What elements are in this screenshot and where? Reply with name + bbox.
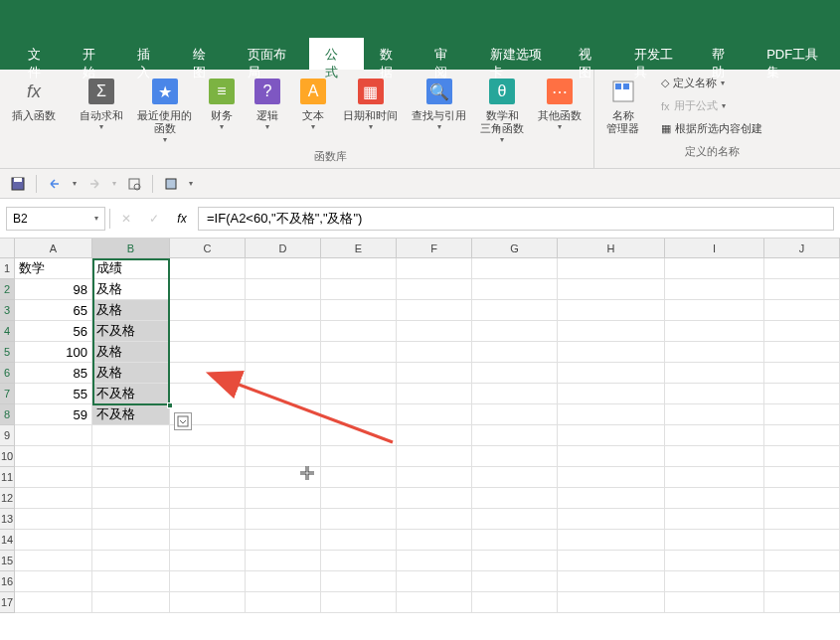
- name-box[interactable]: B2 ▾: [6, 207, 105, 231]
- ribbon-tab[interactable]: 视图: [563, 38, 617, 70]
- cell[interactable]: [472, 342, 558, 363]
- cancel-button[interactable]: ✕: [114, 207, 138, 231]
- autofill-options-button[interactable]: [174, 412, 192, 430]
- cell[interactable]: [246, 404, 321, 425]
- cell[interactable]: [321, 425, 397, 446]
- fx-button[interactable]: fx: [170, 207, 194, 231]
- row-header[interactable]: 10: [0, 446, 15, 467]
- borders-button[interactable]: [161, 174, 181, 194]
- cell[interactable]: [472, 592, 558, 613]
- cell[interactable]: [764, 488, 840, 509]
- cell[interactable]: [472, 446, 558, 467]
- ribbon-tab[interactable]: 页面布局: [232, 38, 309, 70]
- library-button[interactable]: ?逻辑▾: [246, 74, 289, 146]
- cell[interactable]: [764, 279, 840, 300]
- cell[interactable]: 85: [15, 363, 92, 384]
- cell[interactable]: [246, 551, 321, 571]
- cell[interactable]: [558, 363, 665, 384]
- cell[interactable]: [397, 404, 472, 425]
- cell[interactable]: [764, 425, 840, 446]
- cell[interactable]: [321, 446, 397, 467]
- cell[interactable]: [558, 321, 665, 342]
- row-header[interactable]: 17: [0, 592, 15, 613]
- cell[interactable]: 98: [15, 279, 92, 300]
- row-header[interactable]: 13: [0, 509, 15, 530]
- cell[interactable]: [665, 571, 764, 592]
- cell[interactable]: 数学: [15, 258, 92, 279]
- cell[interactable]: [246, 300, 321, 321]
- cell[interactable]: [170, 571, 246, 592]
- cell[interactable]: [397, 530, 472, 551]
- cell[interactable]: [321, 467, 397, 488]
- col-header[interactable]: B: [92, 239, 170, 258]
- cell[interactable]: [397, 384, 472, 404]
- cell[interactable]: [321, 509, 397, 530]
- formula-input[interactable]: =IF(A2<60,"不及格","及格"): [198, 207, 834, 231]
- cell[interactable]: [92, 488, 170, 509]
- cell[interactable]: [558, 300, 665, 321]
- row-header[interactable]: 1: [0, 258, 15, 279]
- cell[interactable]: [15, 467, 92, 488]
- cell[interactable]: [665, 279, 764, 300]
- cell[interactable]: [170, 551, 246, 571]
- cell[interactable]: [665, 258, 764, 279]
- cell[interactable]: [665, 404, 764, 425]
- cell[interactable]: [472, 509, 558, 530]
- row-header[interactable]: 2: [0, 279, 15, 300]
- cell[interactable]: [397, 488, 472, 509]
- cell[interactable]: [246, 592, 321, 613]
- library-button[interactable]: Σ自动求和▾: [74, 74, 129, 146]
- cell[interactable]: [764, 530, 840, 551]
- cell[interactable]: [321, 488, 397, 509]
- cell[interactable]: [397, 258, 472, 279]
- cell[interactable]: [246, 509, 321, 530]
- ribbon-tab[interactable]: 文件: [12, 38, 67, 70]
- cell[interactable]: [246, 384, 321, 404]
- cell[interactable]: [558, 342, 665, 363]
- cell[interactable]: [321, 530, 397, 551]
- ribbon-tab[interactable]: 绘图: [177, 38, 232, 70]
- cell[interactable]: [246, 342, 321, 363]
- enter-button[interactable]: ✓: [142, 207, 166, 231]
- cell[interactable]: 及格: [92, 363, 170, 384]
- library-button[interactable]: θ数学和 三角函数▾: [474, 74, 530, 146]
- library-button[interactable]: 🔍查找与引用▾: [406, 74, 472, 146]
- cell[interactable]: [321, 258, 397, 279]
- cell[interactable]: [15, 592, 92, 613]
- cell[interactable]: [397, 425, 472, 446]
- cell[interactable]: [558, 551, 665, 571]
- cell[interactable]: [472, 300, 558, 321]
- cell[interactable]: [15, 488, 92, 509]
- cell[interactable]: [246, 279, 321, 300]
- cell[interactable]: [92, 425, 170, 446]
- cell[interactable]: [764, 571, 840, 592]
- cell[interactable]: [472, 488, 558, 509]
- name-manager-button[interactable]: 名称 管理器: [600, 74, 645, 137]
- cell[interactable]: [472, 404, 558, 425]
- cell[interactable]: [170, 300, 246, 321]
- insert-function-button[interactable]: fx 插入函数: [6, 74, 62, 124]
- cell[interactable]: 成绩: [92, 258, 170, 279]
- cell[interactable]: [92, 592, 170, 613]
- row-header[interactable]: 15: [0, 551, 15, 571]
- cell[interactable]: [558, 279, 665, 300]
- cell[interactable]: [472, 363, 558, 384]
- row-header[interactable]: 4: [0, 321, 15, 342]
- cell[interactable]: [558, 488, 665, 509]
- cell[interactable]: [665, 425, 764, 446]
- cell[interactable]: [246, 446, 321, 467]
- cell[interactable]: [665, 592, 764, 613]
- cell[interactable]: [665, 530, 764, 551]
- cell[interactable]: [558, 258, 665, 279]
- cell[interactable]: [321, 363, 397, 384]
- cell[interactable]: 及格: [92, 279, 170, 300]
- cell[interactable]: [397, 363, 472, 384]
- cell[interactable]: [558, 425, 665, 446]
- ribbon-tab[interactable]: 审阅: [419, 38, 473, 70]
- cell[interactable]: [665, 384, 764, 404]
- cell[interactable]: [472, 551, 558, 571]
- cell[interactable]: [246, 321, 321, 342]
- cell[interactable]: [170, 321, 246, 342]
- cell[interactable]: [397, 467, 472, 488]
- cell[interactable]: [321, 384, 397, 404]
